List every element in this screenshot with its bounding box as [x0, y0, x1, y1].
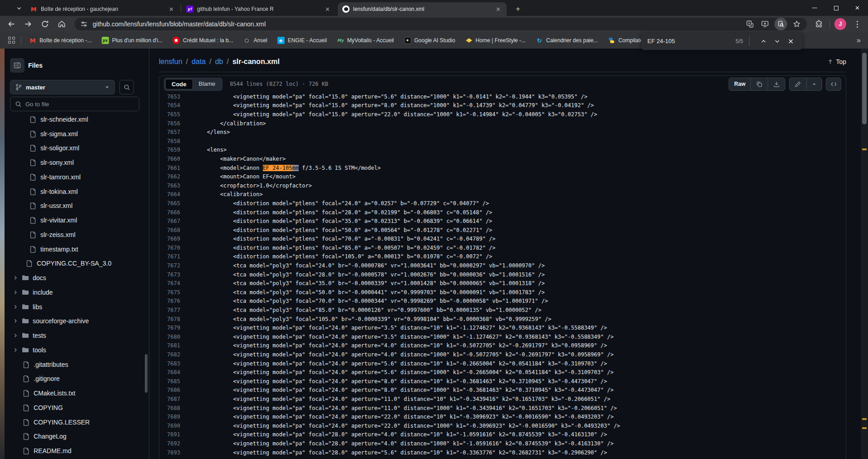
tree-item-tests[interactable]: tests — [5, 328, 145, 343]
find-query-input[interactable]: EF 24-105 — [647, 38, 735, 44]
find-in-page-indicator-icon[interactable] — [774, 18, 787, 30]
browser-tab-active[interactable]: lensfun/data/db/slr-canon.xml✕ — [338, 2, 507, 16]
line-number[interactable]: 7673 — [159, 271, 180, 278]
chevron-right-icon[interactable] — [13, 304, 18, 310]
tab-blame[interactable]: Blame — [193, 79, 222, 89]
line-number[interactable]: 7690 — [159, 423, 180, 429]
tree-item-tools[interactable]: tools — [5, 343, 145, 357]
tree-item-libs[interactable]: libs — [5, 300, 145, 314]
tree-item-readme-md[interactable]: README.md — [5, 444, 145, 458]
extensions-icon[interactable] — [813, 18, 825, 30]
chevron-right-icon[interactable] — [13, 347, 18, 353]
chevron-right-icon[interactable] — [13, 290, 18, 295]
line-number[interactable]: 7660 — [159, 156, 180, 162]
line-number[interactable]: 7689 — [159, 414, 180, 420]
line-number[interactable]: 7677 — [159, 307, 180, 313]
tree-item-slr-soligor-xml[interactable]: slr-soligor.xml — [5, 141, 145, 156]
line-number[interactable]: 7654 — [159, 102, 180, 109]
edit-file-button[interactable] — [789, 78, 806, 90]
line-number[interactable]: 7670 — [159, 245, 180, 251]
breadcrumb-path-link[interactable]: data — [192, 58, 206, 66]
line-number[interactable]: 7676 — [159, 298, 180, 304]
sidebar-scrollbar-thumb[interactable] — [145, 354, 148, 393]
line-number[interactable]: 7693 — [159, 449, 180, 456]
line-number[interactable]: 7687 — [159, 396, 180, 402]
branch-selector[interactable]: master — [10, 80, 115, 94]
line-number[interactable]: 7657 — [159, 129, 180, 135]
find-close-button[interactable] — [785, 36, 796, 47]
bookmark-item[interactable]: Crédit Mutuel : la b... — [168, 34, 238, 47]
menu-kebab-icon[interactable] — [852, 19, 863, 30]
line-number[interactable]: 7666 — [159, 209, 180, 216]
tree-item-slr-tokina-xml[interactable]: slr-tokina.xml — [5, 184, 145, 199]
line-number[interactable]: 7668 — [159, 227, 180, 233]
tree-item-copying-lesser[interactable]: COPYING.LESSER — [5, 415, 145, 429]
line-number[interactable]: 7661 — [159, 165, 180, 171]
tab-close-icon[interactable]: ✕ — [168, 6, 175, 13]
line-number[interactable]: 7671 — [159, 253, 180, 260]
symbols-panel-button[interactable] — [826, 78, 841, 91]
close-button[interactable]: ✕ — [847, 0, 868, 16]
find-previous-button[interactable] — [758, 36, 769, 47]
install-app-icon[interactable] — [760, 19, 770, 30]
tree-item-slr-schneider-xml[interactable]: slr-schneider.xml — [5, 114, 145, 127]
line-number[interactable]: 7669 — [159, 236, 180, 242]
edit-dropdown-button[interactable] — [806, 78, 822, 90]
tree-item--gitattributes[interactable]: .gitattributes — [5, 357, 145, 372]
bookmarks-overflow-chevron-icon[interactable]: » — [857, 36, 861, 44]
bookmark-item[interactable]: Plus d'un million d'i... — [97, 34, 168, 47]
browser-tab[interactable]: github leInfun - Yahoo France R✕ — [182, 2, 336, 16]
tree-item-slr-zeiss-xml[interactable]: slr-zeiss.xml — [5, 227, 145, 242]
site-settings-tune-icon[interactable] — [80, 20, 88, 28]
line-number[interactable]: 7681 — [159, 342, 180, 349]
line-number[interactable]: 7667 — [159, 218, 180, 224]
apps-grid-icon[interactable] — [8, 37, 15, 44]
chevron-right-icon[interactable] — [13, 318, 18, 324]
profile-avatar[interactable]: J — [834, 18, 846, 30]
line-number[interactable]: 7688 — [159, 405, 180, 411]
browser-tab[interactable]: Boîte de réception - gauchejean✕ — [25, 2, 180, 16]
line-number[interactable]: 7685 — [159, 378, 180, 385]
reload-button[interactable] — [39, 18, 51, 30]
address-bar[interactable]: github.com/lensfun/lensfun/blob/master/d… — [74, 18, 807, 30]
tree-item-sourceforge-archive[interactable]: sourceforge-archive — [5, 314, 145, 329]
line-number[interactable]: 7663 — [159, 183, 180, 189]
page-scrollbar-thumb[interactable] — [862, 53, 867, 124]
breadcrumb-repo-link[interactable]: lensfun — [159, 58, 182, 66]
tree-item-cmakelists-txt[interactable]: CMakeLists.txt — [5, 386, 145, 400]
copy-raw-button[interactable] — [750, 78, 768, 90]
forward-button[interactable] — [22, 18, 34, 30]
raw-button[interactable]: Raw — [729, 78, 750, 90]
scroll-to-top-link[interactable]: Top — [827, 58, 846, 65]
tree-item--gitignore[interactable]: .gitignore — [5, 372, 145, 386]
chevron-right-icon[interactable] — [13, 333, 18, 338]
line-number[interactable]: 7691 — [159, 431, 180, 438]
back-button[interactable] — [5, 18, 17, 30]
tree-item-slr-vivitar-xml[interactable]: slr-vivitar.xml — [5, 213, 145, 227]
tab-close-icon[interactable]: ✕ — [494, 6, 502, 13]
line-number[interactable]: 7682 — [159, 351, 180, 358]
line-number[interactable]: 7658 — [159, 138, 180, 144]
line-number[interactable]: 7655 — [159, 111, 180, 118]
line-number[interactable]: 7664 — [159, 191, 180, 197]
bookmark-star-icon[interactable] — [791, 19, 802, 30]
find-next-button[interactable] — [772, 36, 783, 47]
tree-item-copying-cc-by-sa-3-0[interactable]: COPYING.CC_BY-SA_3.0 — [5, 257, 145, 271]
bookmark-item[interactable]: Google AI Studio — [399, 34, 460, 47]
maximize-button[interactable] — [825, 0, 847, 16]
tree-item-timestamp-txt[interactable]: timestamp.txt — [5, 242, 145, 257]
line-number[interactable]: 7672 — [159, 262, 180, 269]
line-number[interactable]: 7656 — [159, 120, 180, 127]
page-scrollbar[interactable] — [861, 49, 868, 459]
go-to-file-input[interactable]: Go to file — [10, 97, 139, 111]
line-number[interactable]: 7680 — [159, 334, 180, 340]
tree-item-copying[interactable]: COPYING — [5, 400, 145, 415]
collapse-file-tree-button[interactable] — [10, 58, 25, 73]
line-number[interactable]: 7692 — [159, 440, 180, 447]
tree-item-slr-ussr-xml[interactable]: slr-ussr.xml — [5, 199, 145, 213]
tree-item-docs[interactable]: docs — [5, 271, 145, 285]
line-number[interactable]: 7665 — [159, 200, 180, 207]
bookmark-item[interactable]: Ansel — [238, 34, 272, 47]
download-raw-button[interactable] — [768, 78, 785, 90]
tree-item-include[interactable]: include — [5, 285, 145, 300]
